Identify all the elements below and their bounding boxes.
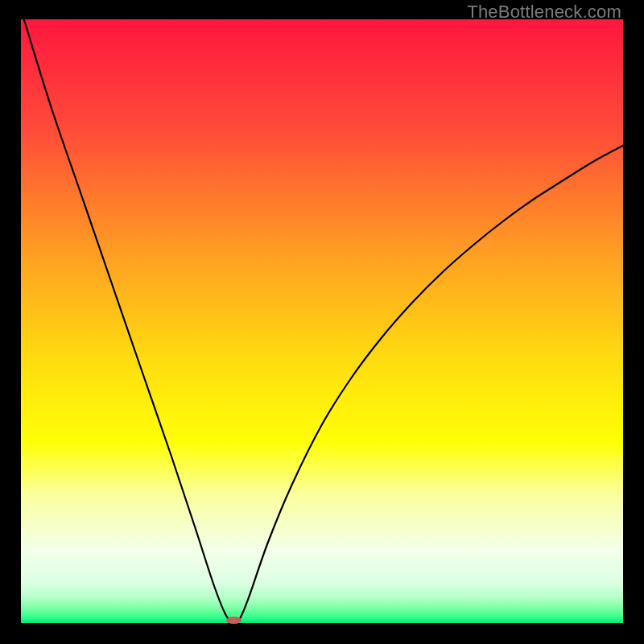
chart-frame — [21, 19, 623, 623]
watermark-label: TheBottleneck.com — [467, 2, 621, 23]
gradient-background — [21, 19, 623, 623]
operating-point-marker — [226, 617, 242, 624]
chart-svg — [21, 19, 623, 623]
